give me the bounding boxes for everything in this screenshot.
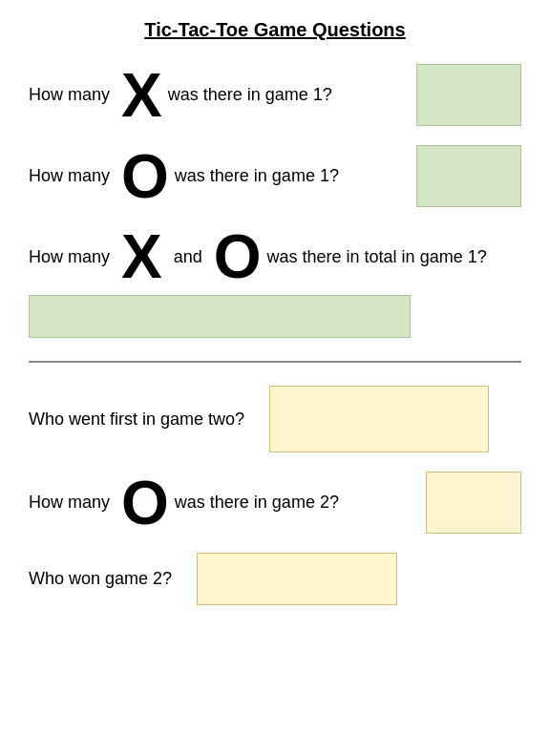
game1-q1-prefix: How many: [29, 85, 110, 105]
game1-q1-row: How many X was there in game 1?: [29, 64, 521, 126]
game2-q2-answer-box[interactable]: [426, 472, 521, 534]
o-symbol-2: O: [214, 226, 262, 287]
game2-q2-row: How many O was there in game 2?: [29, 472, 521, 534]
game1-q2-prefix: How many: [29, 166, 110, 186]
game2-q3-text: Who won game 2?: [29, 569, 172, 589]
game2-section: Who went first in game two? How many O w…: [29, 386, 521, 605]
page-title: Tic-Tac-Toe Game Questions: [29, 19, 521, 41]
game2-q3-row: Who won game 2?: [29, 553, 521, 605]
game2-q2-suffix: was there in game 2?: [175, 493, 339, 513]
game1-q3-answer-box[interactable]: [29, 295, 411, 338]
x-symbol-2: X: [121, 226, 162, 287]
o-symbol-3: O: [121, 472, 169, 534]
game2-q1-row: Who went first in game two?: [29, 386, 521, 452]
game1-q3-suffix: was there in total in game 1?: [267, 247, 487, 267]
x-symbol-1: X: [121, 65, 162, 126]
game1-q1-answer-box[interactable]: [416, 64, 521, 126]
game1-q2-answer-box[interactable]: [416, 145, 521, 207]
game2-q3-answer-box[interactable]: [197, 553, 397, 605]
game2-q2-prefix: How many: [29, 493, 110, 513]
game1-q3-row: How many X and O was there in total in g…: [29, 226, 521, 338]
game1-q2-row: How many O was there in game 1?: [29, 145, 521, 207]
game1-q3-inline: How many X and O was there in total in g…: [29, 226, 521, 287]
section-divider: [29, 361, 521, 363]
game1-q1-suffix: was there in game 1?: [168, 85, 332, 105]
game2-q1-text: Who went first in game two?: [29, 410, 244, 430]
game1-q3-prefix: How many: [29, 247, 110, 267]
game1-q3-and: and: [174, 247, 202, 267]
game2-q1-answer-box[interactable]: [269, 386, 489, 452]
game1-q2-suffix: was there in game 1?: [175, 166, 339, 186]
o-symbol-1: O: [121, 146, 169, 207]
